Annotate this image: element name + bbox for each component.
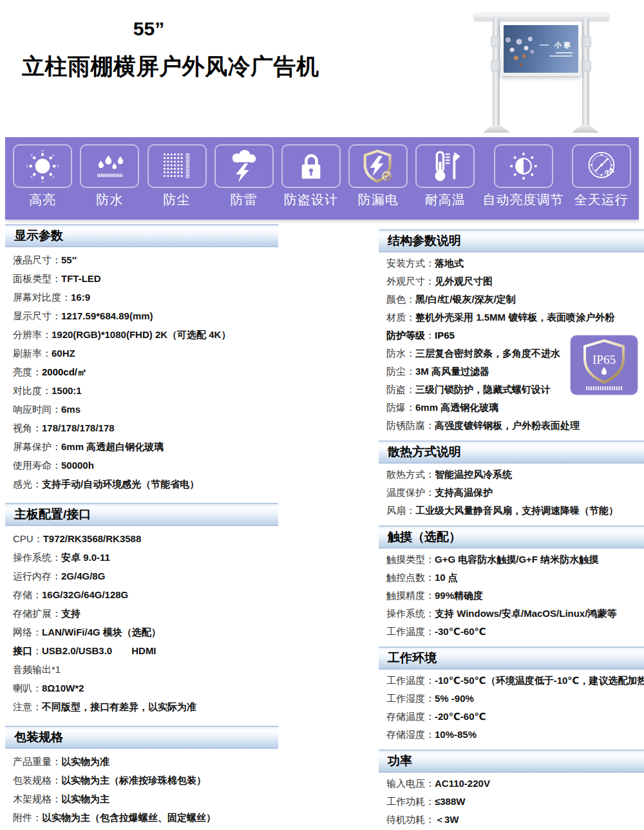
- spec-row: 网络：LAN/WiFi/4G 模块（选配）: [5, 623, 278, 641]
- spec-row: 输入电压：AC110-220V: [379, 775, 644, 793]
- row-colon: ：: [425, 778, 435, 789]
- row-colon: ：: [425, 693, 435, 704]
- row-label: 待机功耗: [386, 814, 425, 825]
- row-colon: ：: [32, 478, 42, 489]
- row-label: 注意: [13, 701, 32, 712]
- row-value: 178/178/178/178: [42, 422, 115, 433]
- section-header: 主板配置/接口: [5, 503, 278, 526]
- row-value: 高强度镀锌钢板，户外粉表面处理: [435, 420, 580, 431]
- row-colon: ：: [425, 258, 435, 269]
- spec-section: 结构参数说明安装方式：落地式外观尺寸：见外观尺寸图颜色：黑/白/红/银灰/深灰/…: [379, 229, 644, 435]
- row-label: 触摸类型: [386, 554, 425, 565]
- row-colon: ：: [52, 310, 61, 321]
- spec-row: 运行内存：2G/4G/8G: [5, 567, 278, 585]
- leakage-protection-shield-icon: [348, 144, 408, 188]
- spec-row: 音频输出*1: [5, 660, 278, 679]
- feature-label: 自动亮度调节: [483, 191, 564, 209]
- mount-bracket: [582, 61, 591, 71]
- spec-row: 响应时间：6ms: [5, 400, 278, 419]
- row-label: 存储湿度: [386, 729, 425, 740]
- row-value: IP65: [435, 330, 455, 341]
- row-label: 分辨率: [13, 329, 42, 340]
- ip65-badge-text: IP65: [592, 353, 616, 366]
- row-value: 2G/4G/8G: [61, 571, 105, 581]
- high-temperature-icon: [415, 144, 475, 188]
- row-value: 1920(RGB)*1080(FHD) 2K（可选配 4K）: [52, 329, 231, 340]
- feature-anti-theft-lock: 防盗设计: [281, 144, 341, 209]
- auto-brightness-icon: [494, 144, 553, 188]
- spec-row: 亮度：2000cd/㎡: [5, 363, 278, 381]
- row-colon: ：: [406, 312, 415, 323]
- row-value: 50000h: [61, 460, 94, 471]
- spec-section: 包装规格产品重量：以实物为准包装规格：以实物为主（标准按珍珠棉包装）木架规格：以…: [5, 726, 278, 827]
- dustproof-icon: [147, 144, 207, 188]
- spec-row: 感光：支持手动/自动环境感光（节能省电）: [5, 475, 278, 493]
- spec-row: 接口：USB2.0/USB3.0 HDMI: [5, 641, 278, 660]
- spec-row: 注意：不同版型，接口有差异，以实际为准: [5, 697, 278, 716]
- spec-row: 存储湿度：10%-85%: [379, 726, 644, 744]
- row-label: 外观尺寸: [386, 276, 425, 287]
- row-colon: ：: [42, 385, 52, 396]
- row-colon: ：: [52, 571, 61, 581]
- spec-row: 使用寿命：50000h: [5, 456, 278, 475]
- feature-sun: 高亮: [13, 144, 72, 209]
- feature-label: 全天运行: [574, 191, 629, 209]
- row-value: 以实物为主: [61, 793, 109, 804]
- row-label: 液晶尺寸: [13, 254, 52, 265]
- row-label: 存储扩展: [13, 608, 52, 619]
- row-label: 温度保护: [386, 487, 425, 498]
- row-label: 使用寿命: [13, 460, 52, 471]
- row-value: 支持: [61, 608, 80, 619]
- row-value: LAN/WiFi/4G 模块（选配）: [42, 627, 161, 637]
- row-label: 存储温度: [386, 711, 425, 722]
- spec-row: 屏幕保护：6mm 高透超白钢化玻璃: [5, 437, 278, 456]
- row-label: 接口: [13, 645, 32, 656]
- spec-row: 工作湿度：5% -90%: [379, 690, 644, 708]
- feature-banner: 高亮防水防尘防雷防盗设计防漏电耐高温自动亮度调节24全天运行: [5, 137, 639, 220]
- row-colon: ：: [406, 348, 415, 359]
- row-colon: ：: [406, 505, 415, 516]
- feature-label: 防漏电: [358, 191, 399, 209]
- feature-leakage-protection-shield: 防漏电: [348, 144, 408, 209]
- row-label: 附件: [13, 812, 32, 823]
- row-value: 1217.59*684.89(mm): [61, 310, 153, 321]
- row-label: 音频输出*1: [13, 664, 61, 675]
- section-rows: 工作温度：-10℃-50℃（环境温度低于-10℃，建议选配加热器）工作湿度：5%…: [379, 670, 644, 744]
- row-label: 木架规格: [13, 793, 52, 804]
- row-colon: ：: [42, 329, 52, 340]
- spec-section: 功率输入电压：AC110-220V工作功耗：≤388W待机功耗：＜3W: [379, 750, 644, 829]
- spec-section: 触摸（选配）触摸类型：G+G 电容防水触摸/G+F 纳米防水触摸触控点数：10 …: [379, 525, 644, 641]
- spec-row: 刷新率：60HZ: [5, 344, 278, 363]
- feature-auto-brightness: 自动亮度调节: [483, 144, 564, 209]
- section-header: 触摸（选配）: [379, 525, 644, 549]
- row-label: 工作湿度: [386, 693, 425, 704]
- feature-label: 防尘: [164, 191, 191, 209]
- section-rows: 触摸类型：G+G 电容防水触摸/G+F 纳米防水触摸触控点数：10 点触摸精度：…: [379, 549, 644, 641]
- spec-row: 木架规格：以实物为主: [5, 789, 278, 808]
- row-value: -10℃-50℃（环境温度低于-10℃，建议选配加热器）: [435, 675, 644, 686]
- row-colon: ：: [425, 330, 435, 341]
- spec-column-left: 显示参数液晶尺寸：55″面板类型：TFT-LED屏幕对比度：16:9显示尺寸：1…: [5, 224, 278, 827]
- spec-row: 待机功耗：＜3W: [379, 811, 644, 829]
- row-colon: ：: [32, 366, 42, 377]
- row-value: 三级门锁防护，隐藏式螺钉设计: [415, 384, 551, 395]
- row-colon: ：: [61, 292, 71, 303]
- display-screen: 小寒: [500, 22, 582, 76]
- right-pillar: [582, 19, 589, 129]
- row-label: CPU: [13, 533, 33, 544]
- row-label: 亮度: [13, 366, 32, 377]
- flower-image: [504, 26, 551, 71]
- spec-row: 防爆：6mm 高透钢化玻璃: [379, 399, 644, 417]
- spec-row: 存储扩展：支持: [5, 604, 278, 623]
- spec-column-right: IP65 结构参数说明安装方式：落地式外观尺寸：见外观尺寸图颜色：黑/白/红/银…: [379, 224, 644, 829]
- row-colon: ：: [42, 348, 52, 359]
- screen-decor-line: [540, 44, 549, 46]
- feature-label: 防盗设计: [284, 191, 338, 209]
- row-colon: ：: [33, 533, 43, 544]
- row-colon: ：: [32, 645, 42, 656]
- row-value: 8Ω10W*2: [42, 683, 84, 693]
- spec-row: 材质：整机外壳采用 1.5MM 镀锌板，表面喷涂户外粉: [379, 308, 644, 326]
- row-value: 10 点: [435, 572, 458, 583]
- screen-decor-line: [556, 52, 573, 53]
- left-foot: [483, 126, 510, 133]
